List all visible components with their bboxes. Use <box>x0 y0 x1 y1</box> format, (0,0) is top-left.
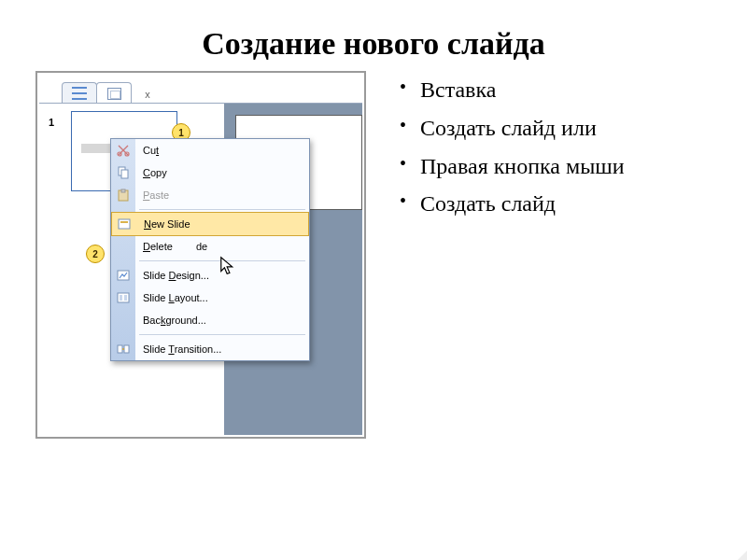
list-item: Правая кнопка мыши <box>400 147 625 186</box>
svg-rect-7 <box>120 221 128 223</box>
context-menu: Cut Copy Paste <box>110 138 310 361</box>
svg-rect-6 <box>119 219 130 229</box>
callout-badge-2: 2 <box>86 245 105 263</box>
menu-item-slide-transition[interactable]: Slide Transition... <box>111 338 309 360</box>
menu-label: New Slide <box>144 218 190 230</box>
slide-number: 1 <box>49 117 54 128</box>
app-screenshot: x 1 1 2 Cut <box>35 71 366 439</box>
menu-label: Cut <box>143 145 159 156</box>
menu-label: Delete de <box>143 241 207 252</box>
menu-item-delete-slide[interactable]: Delete de <box>111 235 309 258</box>
svg-rect-13 <box>124 345 129 353</box>
content-row: x 1 1 2 Cut <box>0 62 747 439</box>
menu-separator <box>139 209 305 210</box>
paste-icon <box>116 188 131 203</box>
svg-rect-11 <box>124 295 127 301</box>
list-item: Создать слайд <box>400 185 625 223</box>
svg-rect-9 <box>118 293 129 302</box>
menu-label: Slide Layout... <box>143 292 208 303</box>
menu-item-paste: Paste <box>111 184 309 206</box>
svg-rect-3 <box>121 170 128 178</box>
menu-item-cut[interactable]: Cut <box>111 139 309 161</box>
tab-slides[interactable] <box>96 82 132 104</box>
design-icon <box>116 268 131 283</box>
scissors-icon <box>116 143 131 158</box>
tab-outline[interactable] <box>62 82 97 104</box>
page-title: Создание нового слайда <box>0 26 747 62</box>
menu-label: Slide Design... <box>143 270 209 281</box>
copy-icon <box>116 165 131 180</box>
list-item: Вставка <box>400 71 625 109</box>
menu-label: Slide Transition... <box>143 343 221 355</box>
svg-rect-10 <box>120 295 122 301</box>
menu-label: Background... <box>143 315 206 326</box>
menu-label: Copy <box>143 167 167 178</box>
svg-rect-5 <box>121 189 125 192</box>
close-panel-button[interactable]: x <box>134 85 161 104</box>
bullet-list: Вставка Создать слайд или Правая кнопка … <box>400 71 625 439</box>
list-item: Создать слайд или <box>400 109 625 147</box>
outline-icon <box>72 87 87 100</box>
menu-item-background[interactable]: Background... <box>111 309 309 331</box>
menu-item-copy[interactable]: Copy <box>111 161 309 184</box>
menu-item-slide-design[interactable]: Slide Design... <box>111 264 309 287</box>
slides-icon <box>107 88 121 100</box>
menu-item-slide-layout[interactable]: Slide Layout... <box>111 287 309 309</box>
layout-icon <box>116 290 131 305</box>
menu-separator <box>139 260 305 261</box>
menu-separator <box>139 334 305 335</box>
menu-label: Paste <box>143 189 169 201</box>
menu-item-new-slide[interactable]: New Slide <box>111 212 309 236</box>
presentation-slide: Создание нового слайда x 1 <box>0 26 747 560</box>
transition-icon <box>116 342 131 357</box>
svg-rect-12 <box>118 345 122 353</box>
page-corner-fold <box>712 551 747 560</box>
new-slide-icon <box>117 217 132 231</box>
view-tabs: x <box>62 82 161 104</box>
